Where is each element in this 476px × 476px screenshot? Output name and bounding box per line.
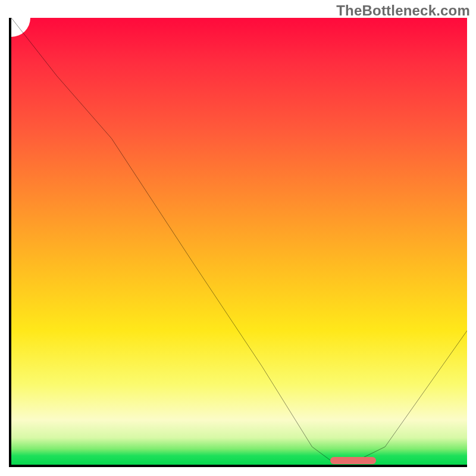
watermark-text: TheBottleneck.com [336,2,470,19]
plot-area [9,18,467,467]
optimal-range-marker [330,457,376,464]
bottleneck-curve [11,18,467,465]
chart-container: TheBottleneck.com [0,0,476,476]
